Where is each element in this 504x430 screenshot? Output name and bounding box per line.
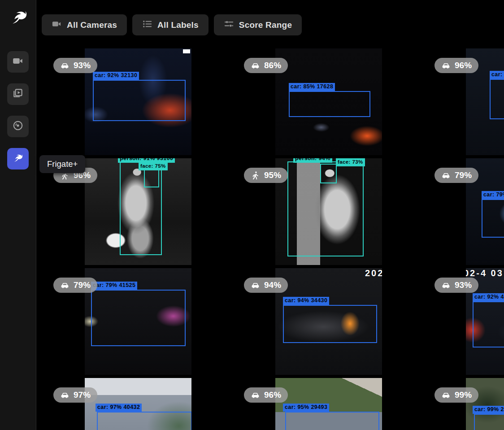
snapshot-image: car: 94% 34430 202 xyxy=(275,268,382,375)
score-badge: 99% xyxy=(434,387,478,403)
car-icon xyxy=(251,61,260,70)
review-playback-icon xyxy=(12,87,24,101)
snapshot-tile[interactable]: car: 85% 17628 86% xyxy=(234,48,424,155)
snapshot-tile[interactable]: car: 92% 32130 93% xyxy=(43,48,234,155)
video-camera-icon xyxy=(52,19,62,31)
snapshot-tile[interactable]: car: 92% 4218 02-4 03 0 93% xyxy=(424,268,504,375)
score-badge: 96% xyxy=(434,58,478,73)
car-icon xyxy=(60,281,70,290)
car-icon xyxy=(60,61,70,70)
detection-box xyxy=(474,414,504,430)
detection-label: car: 97% 40432 xyxy=(96,404,142,412)
all-labels-button[interactable]: All Labels xyxy=(132,14,209,35)
car-icon xyxy=(441,171,451,180)
all-labels-label: All Labels xyxy=(157,20,199,30)
face-box xyxy=(144,169,159,187)
badge-score: 79% xyxy=(74,280,91,290)
frigate-logo[interactable] xyxy=(9,7,29,27)
snapshot-image: car: 92% 32130 xyxy=(85,48,191,155)
detection-label: car: 85% 17628 xyxy=(289,83,335,91)
snapshot-tile[interactable]: car: 79% 41525 79% xyxy=(43,268,234,375)
main-content: All Cameras All Labels Score Range car: … xyxy=(36,0,504,430)
sidebar-item-review[interactable] xyxy=(7,83,29,105)
detection-box xyxy=(91,290,186,346)
snapshot-tile[interactable]: car: 79% 79% xyxy=(424,158,504,265)
sliders-icon xyxy=(224,19,234,31)
score-range-label: Score Range xyxy=(239,20,292,30)
sidebar-item-frigate-plus[interactable] xyxy=(7,148,29,169)
badge-score: 95% xyxy=(264,170,281,180)
snapshot-image: car: 95% 29493 xyxy=(275,378,382,430)
snapshot-image: person: 91% 93100 face: 75% xyxy=(85,158,191,265)
all-cameras-label: All Cameras xyxy=(67,20,117,30)
timestamp-block xyxy=(183,49,190,53)
badge-score: 79% xyxy=(455,170,472,180)
detection-label: car: 94% 34430 xyxy=(283,297,329,305)
detection-label: person: 94% xyxy=(293,158,332,163)
snapshot-tile[interactable]: car: 95% 45260 96% xyxy=(424,48,504,155)
car-icon xyxy=(60,391,70,400)
car-icon xyxy=(251,281,260,290)
sidebar-nav xyxy=(7,51,29,169)
detection-box xyxy=(93,80,186,121)
timestamp-fragment: 02-4 03 0 xyxy=(466,268,504,278)
car-icon xyxy=(441,281,451,290)
badge-score: 96% xyxy=(264,390,281,400)
video-camera-icon xyxy=(12,55,24,69)
detection-label: car: 92% 4218 xyxy=(473,293,504,301)
snapshot-tile[interactable]: car: 94% 34430 202 94% xyxy=(234,268,424,375)
score-badge: 96% xyxy=(244,387,288,403)
detection-label: car: 79% xyxy=(482,191,504,199)
detection-label: car: 79% 41525 xyxy=(91,282,137,290)
score-badge: 79% xyxy=(53,278,97,293)
badge-score: 97% xyxy=(74,390,91,400)
badge-score: 96% xyxy=(455,61,472,70)
face-label: face: 73% xyxy=(336,158,365,166)
sidebar-item-live[interactable] xyxy=(7,51,29,73)
car-icon xyxy=(441,391,451,400)
detection-box xyxy=(473,301,504,347)
detection-label: car: 95% 45260 xyxy=(490,71,504,79)
all-cameras-button[interactable]: All Cameras xyxy=(42,14,127,35)
sidebar xyxy=(0,0,36,430)
detection-box xyxy=(283,305,377,343)
score-badge: 94% xyxy=(244,278,288,293)
detection-box xyxy=(289,91,370,117)
score-badge: 95% xyxy=(244,168,288,183)
detection-label: car: 99% 25 xyxy=(473,406,504,414)
score-badge: 97% xyxy=(53,387,97,403)
person-icon xyxy=(251,171,260,180)
face-label: face: 75% xyxy=(139,162,168,170)
detection-box xyxy=(97,412,191,430)
snapshot-tile[interactable]: person: 94% face: 73% 95% xyxy=(234,158,424,265)
disc-icon xyxy=(12,120,24,133)
detection-label: car: 92% 32130 xyxy=(93,72,139,80)
frigate-bird-icon xyxy=(12,152,24,165)
car-icon xyxy=(251,391,260,400)
badge-score: 99% xyxy=(455,390,472,400)
score-badge: 79% xyxy=(434,168,478,183)
detection-box xyxy=(482,199,504,238)
frigate-plus-tooltip: Frigate+ xyxy=(39,155,85,173)
detection-box xyxy=(490,79,504,119)
score-badge: 93% xyxy=(53,58,97,73)
snapshot-tile[interactable]: car: 97% 40432 97% xyxy=(43,378,234,430)
score-badge: 86% xyxy=(244,58,288,73)
snapshot-tile[interactable]: car: 99% 25 99% xyxy=(424,378,504,430)
badge-score: 86% xyxy=(264,61,281,70)
sidebar-item-export[interactable] xyxy=(7,116,29,137)
badge-score: 93% xyxy=(455,280,472,290)
snapshot-image: car: 79% 41525 xyxy=(85,268,191,375)
list-icon xyxy=(142,19,152,31)
frigate-bird-logo-icon xyxy=(9,21,29,28)
snapshot-image: car: 99% 25 xyxy=(466,378,504,430)
detection-box xyxy=(285,412,379,430)
snapshot-tile[interactable]: car: 95% 29493 96% xyxy=(234,378,424,430)
snapshot-image: person: 94% face: 73% xyxy=(275,158,382,265)
badge-score: 94% xyxy=(264,280,281,290)
snapshot-image: car: 97% 40432 xyxy=(85,378,191,430)
snapshot-grid: car: 92% 32130 93% car: 85% 17628 86% ca… xyxy=(43,48,504,430)
snapshot-tile[interactable]: person: 91% 93100 face: 75% 96% xyxy=(43,158,234,265)
score-range-button[interactable]: Score Range xyxy=(214,14,302,35)
timestamp-fragment: 202 xyxy=(365,268,382,278)
